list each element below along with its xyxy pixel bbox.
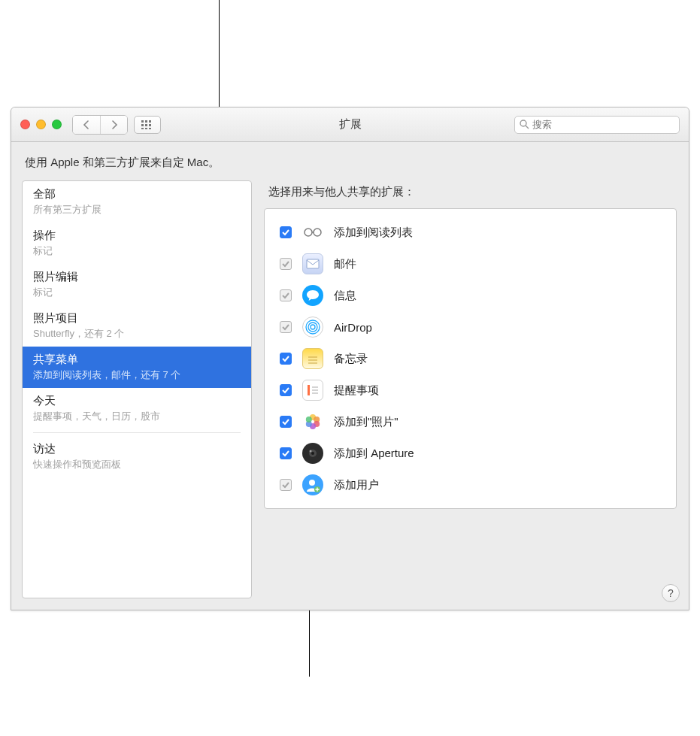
checkbox-notes[interactable] (280, 353, 292, 365)
airdrop-icon (302, 317, 323, 338)
sidebar-item-today[interactable]: 今天 提醒事项，天气，日历，股市 (23, 388, 251, 429)
category-sidebar: 全部 所有第三方扩展 操作 标记 照片编辑 标记 照片项目 Shutterfly… (22, 180, 252, 598)
notes-icon (302, 348, 323, 369)
svg-point-32 (311, 452, 314, 455)
sidebar-item-photo-editing[interactable]: 照片编辑 标记 (23, 264, 251, 305)
zoom-button[interactable] (52, 120, 62, 129)
svg-point-33 (310, 450, 312, 453)
svg-point-14 (311, 325, 315, 329)
extensions-list: 添加到阅读列表 邮件 信息 (264, 208, 677, 509)
svg-rect-0 (141, 120, 144, 123)
sidebar-item-actions[interactable]: 操作 标记 (23, 223, 251, 264)
svg-rect-7 (145, 128, 147, 129)
svg-rect-3 (141, 124, 144, 126)
titlebar: 扩展 (11, 108, 689, 142)
minimize-button[interactable] (36, 120, 46, 129)
sidebar-divider (33, 432, 241, 433)
content-area: 全部 所有第三方扩展 操作 标记 照片编辑 标记 照片项目 Shutterfly… (11, 180, 689, 609)
add-user-icon (302, 474, 323, 495)
svg-line-10 (526, 126, 529, 129)
checkbox-photos[interactable] (280, 416, 292, 428)
nav-segment (72, 115, 128, 135)
extension-row-reading-list: 添加到阅读列表 (265, 217, 676, 248)
svg-rect-13 (307, 259, 319, 268)
forward-button[interactable] (100, 116, 127, 134)
svg-point-12 (314, 229, 321, 236)
reading-list-icon (302, 222, 323, 243)
svg-rect-6 (141, 128, 144, 129)
checkbox-reminders[interactable] (280, 384, 292, 396)
svg-point-29 (306, 416, 312, 423)
svg-point-11 (305, 229, 312, 236)
preferences-window: 扩展 使用 Apple 和第三方扩展来自定 Mac。 全部 所有第三方扩展 操作… (11, 107, 689, 610)
checkbox-add-user[interactable] (280, 479, 292, 491)
aperture-icon (302, 443, 323, 464)
svg-rect-4 (145, 124, 147, 126)
reminders-icon (302, 380, 323, 401)
extension-row-messages: 信息 (265, 280, 676, 311)
sidebar-item-all[interactable]: 全部 所有第三方扩展 (23, 181, 251, 223)
checkbox-reading-list[interactable] (280, 226, 292, 238)
sidebar-item-finder[interactable]: 访达 快速操作和预览面板 (23, 436, 251, 477)
search-field[interactable] (514, 116, 680, 134)
extensions-panel: 选择用来与他人共享的扩展： 添加到阅读列表 邮件 (262, 180, 678, 598)
page-description: 使用 Apple 和第三方扩展来自定 Mac。 (11, 142, 689, 180)
svg-rect-1 (145, 120, 147, 123)
svg-point-15 (308, 323, 317, 332)
svg-point-34 (309, 480, 315, 486)
extension-row-add-user: 添加用户 (265, 469, 676, 501)
svg-rect-20 (308, 385, 310, 395)
extension-row-mail: 邮件 (265, 248, 676, 280)
search-icon (520, 120, 529, 129)
extension-row-notes: 备忘录 (265, 343, 676, 374)
sidebar-item-share-menu[interactable]: 共享菜单 添加到阅读列表，邮件，还有 7 个 (23, 347, 251, 388)
show-all-button[interactable] (134, 116, 161, 134)
mail-icon (302, 253, 323, 274)
search-input[interactable] (532, 119, 674, 130)
checkbox-messages[interactable] (280, 289, 292, 301)
extension-row-airdrop: AirDrop (265, 311, 676, 343)
close-button[interactable] (20, 120, 30, 129)
traffic-lights (20, 120, 62, 129)
svg-point-9 (520, 120, 526, 126)
checkbox-mail[interactable] (280, 258, 292, 270)
extension-row-aperture: 添加到 Aperture (265, 438, 676, 469)
extension-row-photos: 添加到"照片" (265, 406, 676, 438)
svg-rect-5 (149, 124, 151, 126)
help-button[interactable]: ? (662, 584, 680, 602)
sidebar-item-photo-projects[interactable]: 照片项目 Shutterfly，还有 2 个 (23, 305, 251, 347)
extensions-title: 选择用来与他人共享的扩展： (268, 185, 677, 199)
checkbox-aperture[interactable] (280, 447, 292, 459)
back-button[interactable] (73, 116, 100, 134)
photos-icon (302, 411, 323, 432)
checkbox-airdrop[interactable] (280, 321, 292, 333)
messages-icon (302, 285, 323, 306)
extension-row-reminders: 提醒事项 (265, 374, 676, 406)
svg-rect-2 (149, 120, 151, 123)
svg-rect-8 (149, 128, 151, 129)
